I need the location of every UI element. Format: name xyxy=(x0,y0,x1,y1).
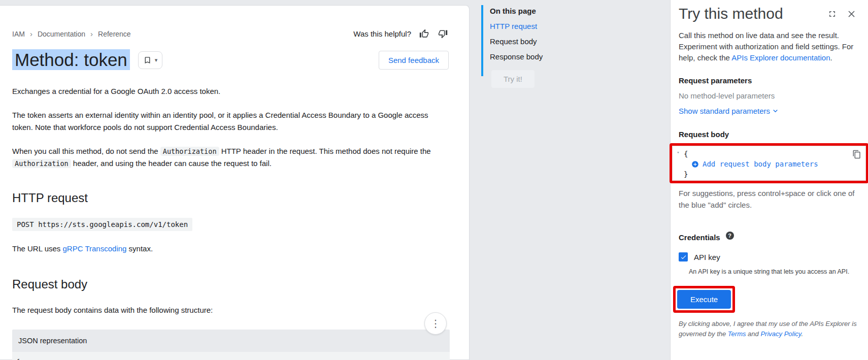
panel-header: Try this method xyxy=(679,0,858,22)
show-standard-parameters-label: Show standard parameters xyxy=(679,107,770,115)
token-paragraph: The token asserts an external identity w… xyxy=(12,109,440,134)
page-title: Method: token xyxy=(12,50,130,70)
add-circle-icon xyxy=(691,160,699,168)
breadcrumb: IAM › Documentation › Reference xyxy=(12,29,131,38)
panel-description: Call this method on live data and see th… xyxy=(679,30,858,63)
auth-warning-text: HTTP header in the request. This method … xyxy=(219,147,431,155)
credentials-heading: Credentials xyxy=(679,233,720,242)
close-icon xyxy=(846,9,857,19)
vertical-ellipsis-icon: ⋮ xyxy=(430,317,441,330)
thumb-up-icon xyxy=(419,29,429,39)
doc-article-card: IAM › Documentation › Reference Was this… xyxy=(0,5,470,360)
panel-request-body-heading: Request body xyxy=(679,130,858,139)
fullscreen-button[interactable] xyxy=(826,8,838,20)
auth-warning-paragraph: When you call this method, do not send t… xyxy=(12,145,440,170)
annotation-box-request-body: ▾ { Add request body parameters } xyxy=(670,143,868,183)
copy-button[interactable] xyxy=(852,150,861,159)
no-parameters-text: No method-level parameters xyxy=(679,91,858,100)
intro-paragraph: Exchanges a credential for a Google OAut… xyxy=(12,85,440,97)
request-body-heading: Request body xyxy=(12,277,449,291)
json-representation-header: JSON representation xyxy=(12,330,450,352)
breadcrumb-separator: › xyxy=(90,29,93,38)
check-icon xyxy=(680,254,687,260)
json-representation-block: JSON representation { "grantType": strin… xyxy=(12,330,450,360)
suggestions-hint: For suggestions, press control+space or … xyxy=(679,187,858,211)
thumb-down-button[interactable] xyxy=(437,28,449,40)
breadcrumb-documentation[interactable]: Documentation xyxy=(38,30,85,38)
caret-down-icon: ▾ xyxy=(155,57,158,63)
credentials-heading-row: Credentials ? xyxy=(679,233,858,242)
add-parameters-label: Add request body parameters xyxy=(703,159,818,169)
grpc-text: The URL uses xyxy=(12,244,63,253)
authorization-code-chip: Authorization xyxy=(160,147,219,156)
grpc-text: syntax. xyxy=(126,244,153,253)
fullscreen-icon xyxy=(827,9,837,19)
execute-button[interactable]: Execute xyxy=(677,290,731,309)
legal-text: By clicking above, I agree that my use o… xyxy=(679,319,858,339)
panel-description-text: . xyxy=(830,53,832,62)
request-body-intro: The request body contains data with the … xyxy=(12,304,440,316)
json-code: { "grantType": string, "audience": strin… xyxy=(12,352,450,360)
title-row: Method: token ▾ Send feedback xyxy=(12,50,449,70)
toc-link-http-request[interactable]: HTTP request xyxy=(490,22,608,30)
authorization-code-chip: Authorization xyxy=(12,159,71,168)
send-feedback-button[interactable]: Send feedback xyxy=(379,51,449,70)
code-fold-icon[interactable]: ▾ xyxy=(677,150,679,155)
api-key-label: API key xyxy=(694,253,720,261)
legal-text-part: and xyxy=(746,330,761,338)
api-key-description: An API key is a unique string that lets … xyxy=(689,268,858,275)
close-panel-button[interactable] xyxy=(845,8,858,20)
privacy-policy-link[interactable]: Privacy Policy xyxy=(760,330,801,338)
bookmark-icon xyxy=(143,56,152,64)
json-open-brace: { xyxy=(16,357,450,360)
page-title-selection: Method: token xyxy=(12,49,130,70)
editor-open-brace: { xyxy=(684,149,818,159)
on-this-page-nav: On this page HTTP request Request body R… xyxy=(481,5,608,88)
toc-rail xyxy=(481,5,483,76)
thumb-up-button[interactable] xyxy=(418,28,430,40)
page: IAM › Documentation › Reference Was this… xyxy=(0,0,868,360)
legal-text-part: . xyxy=(801,330,803,338)
try-this-method-panel: Try this method Call this method on live… xyxy=(670,0,868,360)
apis-explorer-docs-link[interactable]: APIs Explorer documentation xyxy=(731,53,830,62)
editor-close-brace: } xyxy=(684,169,818,179)
request-body-editor[interactable]: ▾ { Add request body parameters } xyxy=(672,146,866,181)
was-this-helpful: Was this helpful? xyxy=(353,28,449,40)
try-it-button[interactable]: Try it! xyxy=(491,70,535,88)
helpful-question: Was this helpful? xyxy=(353,29,411,38)
api-key-checkbox[interactable] xyxy=(679,252,688,261)
code-actions-button[interactable]: ⋮ xyxy=(424,312,447,335)
panel-title: Try this method xyxy=(679,5,826,22)
help-icon[interactable]: ? xyxy=(726,232,734,240)
toc-heading: On this page xyxy=(490,7,608,15)
toc-link-response-body[interactable]: Response body xyxy=(490,52,608,61)
breadcrumb-iam[interactable]: IAM xyxy=(12,30,25,38)
toc-link-request-body[interactable]: Request body xyxy=(490,37,608,46)
bookmark-button[interactable]: ▾ xyxy=(138,51,163,69)
add-request-body-parameters-link[interactable]: Add request body parameters xyxy=(684,159,818,169)
show-standard-parameters-link[interactable]: Show standard parameters xyxy=(679,107,858,115)
grpc-transcoding-link[interactable]: gRPC Transcoding xyxy=(63,244,127,253)
breadcrumb-separator: › xyxy=(30,29,32,38)
auth-warning-text: When you call this method, do not send t… xyxy=(12,147,160,155)
editor-gutter: ▾ xyxy=(673,146,684,180)
annotation-box-execute: Execute xyxy=(673,286,735,313)
auth-warning-text: header, and using the header can cause t… xyxy=(71,159,272,168)
article-header-row: IAM › Documentation › Reference Was this… xyxy=(12,6,449,40)
request-parameters-heading: Request parameters xyxy=(679,76,858,85)
api-key-row: API key xyxy=(679,252,858,261)
chevron-down-icon xyxy=(771,107,780,115)
thumb-down-icon xyxy=(438,29,448,39)
grpc-paragraph: The URL uses gRPC Transcoding syntax. xyxy=(12,243,440,255)
terms-link[interactable]: Terms xyxy=(728,330,746,338)
copy-icon xyxy=(852,150,861,159)
http-request-code: POST https://sts.googleapis.com/v1/token xyxy=(12,218,192,231)
http-request-heading: HTTP request xyxy=(12,191,449,205)
breadcrumb-reference[interactable]: Reference xyxy=(98,30,131,38)
